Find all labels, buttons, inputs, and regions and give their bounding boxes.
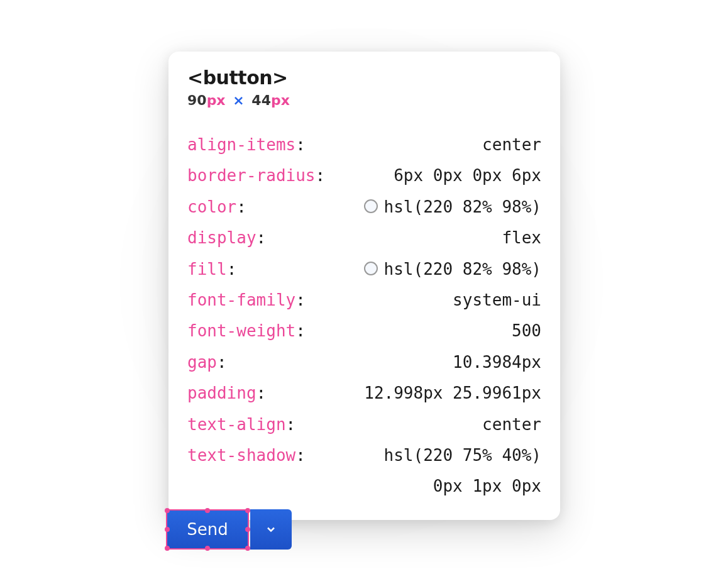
property-value: 12.998px 25.9961px bbox=[364, 378, 541, 409]
property-row: gap: 10.3984px bbox=[187, 347, 541, 378]
property-row: padding: 12.998px 25.9961px bbox=[187, 378, 541, 409]
dim-height-unit: px bbox=[271, 92, 290, 108]
property-value: hsl(220 82% 98%) bbox=[364, 254, 541, 285]
property-value: center bbox=[482, 130, 541, 160]
property-value: flex bbox=[502, 223, 541, 253]
inspector-tooltip: <button> 90px × 44px align-items: center… bbox=[168, 52, 560, 520]
property-row: font-weight: 500 bbox=[187, 316, 541, 346]
element-dimensions: 90px × 44px bbox=[187, 92, 541, 108]
property-row: text-shadow: hsl(220 75% 40%) 0px 1px 0p… bbox=[187, 440, 541, 502]
property-value: system-ui bbox=[453, 285, 541, 316]
color-swatch-icon bbox=[364, 262, 378, 275]
dim-width: 90 bbox=[187, 92, 207, 108]
property-name: display bbox=[187, 228, 256, 247]
property-row: font-family: system-ui bbox=[187, 285, 541, 316]
property-row: align-items: center bbox=[187, 130, 541, 160]
property-value: hsl(220 75% 40%) 0px 1px 0px bbox=[384, 440, 541, 502]
property-value: 6px 0px 0px 6px bbox=[394, 160, 541, 191]
property-name: font-family bbox=[187, 290, 295, 309]
property-row: text-align: center bbox=[187, 409, 541, 440]
dim-height: 44 bbox=[251, 92, 271, 108]
property-row: display: flex bbox=[187, 223, 541, 253]
property-row: color: hsl(220 82% 98%) bbox=[187, 192, 541, 223]
property-row: border-radius: 6px 0px 0px 6px bbox=[187, 160, 541, 191]
property-name: padding bbox=[187, 384, 256, 402]
property-name: text-shadow bbox=[187, 446, 295, 465]
send-button-label: Send bbox=[187, 520, 228, 539]
property-value: hsl(220 82% 98%) bbox=[364, 192, 541, 223]
css-properties-list: align-items: center border-radius: 6px 0… bbox=[187, 130, 541, 502]
chevron-down-icon bbox=[265, 523, 277, 536]
property-name: font-weight bbox=[187, 321, 295, 340]
dim-separator: × bbox=[233, 92, 244, 108]
property-name: border-radius bbox=[187, 166, 316, 185]
property-name: align-items bbox=[187, 135, 295, 154]
element-tag: <button> bbox=[187, 67, 541, 89]
button-group: Send bbox=[166, 509, 292, 550]
property-name: gap bbox=[187, 353, 217, 372]
send-button[interactable]: Send bbox=[166, 509, 249, 550]
property-name: color bbox=[187, 197, 236, 216]
dim-width-unit: px bbox=[207, 92, 226, 108]
property-name: fill bbox=[187, 260, 227, 279]
color-swatch-icon bbox=[364, 199, 378, 213]
property-value: center bbox=[482, 409, 541, 440]
property-row: fill: hsl(220 82% 98%) bbox=[187, 254, 541, 285]
dropdown-button[interactable] bbox=[250, 509, 292, 550]
property-value: 10.3984px bbox=[453, 347, 541, 378]
property-value: 500 bbox=[512, 316, 541, 346]
property-name: text-align bbox=[187, 415, 286, 434]
